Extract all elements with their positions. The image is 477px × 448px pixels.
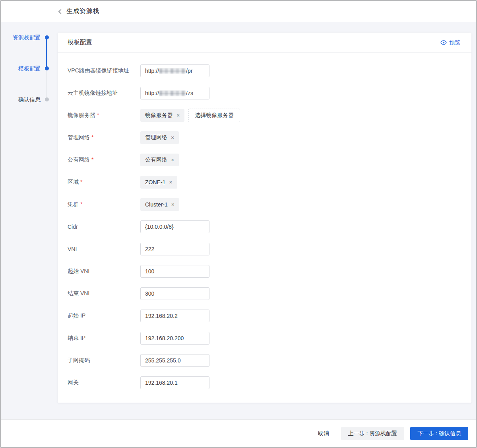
selected-tag: 管理网络× bbox=[140, 131, 179, 144]
step-label: 资源栈配置 bbox=[13, 33, 41, 41]
field-label-text: VNI bbox=[68, 246, 77, 252]
step-dot bbox=[45, 35, 49, 39]
remove-tag-icon[interactable]: × bbox=[171, 157, 174, 163]
field-control: Cluster-1× bbox=[140, 198, 179, 211]
cancel-button[interactable]: 取消 bbox=[318, 430, 329, 437]
remove-tag-icon[interactable]: × bbox=[169, 179, 172, 185]
form-row: 管理网络*管理网络× bbox=[68, 131, 471, 144]
field-label: VNI bbox=[68, 246, 140, 252]
url-input[interactable]: http:///pr bbox=[140, 64, 209, 77]
field-label: Cidr bbox=[68, 224, 140, 230]
redacted-text bbox=[159, 68, 186, 74]
step-connector-pending bbox=[47, 68, 47, 99]
required-marker: * bbox=[80, 179, 82, 185]
page-body: 资源栈配置模板配置确认信息 模板配置 预览 bbox=[1, 22, 476, 419]
input-value: 192.168.20.2 bbox=[145, 313, 178, 319]
card-title: 模板配置 bbox=[68, 39, 92, 46]
remove-tag-icon[interactable]: × bbox=[171, 202, 175, 207]
card-header: 模板配置 预览 bbox=[58, 33, 471, 53]
url-suffix: /zs bbox=[186, 90, 193, 96]
form-row: 起始 VNI100 bbox=[68, 265, 471, 278]
field-label: 起始 IP bbox=[68, 312, 140, 319]
field-label-text: 公有网络 bbox=[68, 156, 90, 163]
form-row: 集群*Cluster-1× bbox=[68, 198, 471, 211]
field-control: 100 bbox=[140, 265, 209, 278]
input-value: 100 bbox=[145, 268, 154, 275]
field-label: 起始 VNI bbox=[68, 268, 140, 275]
step-dot bbox=[45, 66, 49, 70]
template-config-card: 模板配置 预览 VPC路由器镜像链接地址http:///pr云主机镜像链接地址 bbox=[58, 33, 471, 403]
page-header: 生成资源栈 bbox=[1, 1, 476, 22]
step-item-1[interactable]: 资源栈配置 bbox=[1, 33, 58, 41]
field-label-text: 结束 VNI bbox=[68, 290, 89, 296]
form-row: 起始 IP192.168.20.2 bbox=[68, 310, 471, 322]
form-body: VPC路由器镜像链接地址http:///pr云主机镜像链接地址http:///z… bbox=[58, 53, 471, 399]
field-control: ZONE-1× bbox=[140, 176, 177, 189]
form-row: 结束 IP192.168.20.200 bbox=[68, 332, 471, 345]
field-label: 网关 bbox=[68, 379, 140, 386]
url-suffix: /pr bbox=[186, 68, 192, 74]
text-input[interactable]: {10.0.0.0/8} bbox=[140, 220, 209, 233]
step-connector-done bbox=[46, 37, 47, 68]
text-input[interactable]: 255.255.255.0 bbox=[140, 354, 209, 367]
field-control: 192.168.20.2 bbox=[140, 310, 209, 322]
form-row: 子网掩码255.255.255.0 bbox=[68, 354, 471, 367]
selected-tag: Cluster-1× bbox=[140, 198, 179, 211]
step-item-2[interactable]: 模板配置 bbox=[1, 64, 58, 72]
back-button[interactable]: 生成资源栈 bbox=[58, 7, 99, 16]
form-row: 公有网络*公有网络× bbox=[68, 154, 471, 166]
field-label: 管理网络* bbox=[68, 134, 140, 141]
remove-tag-icon[interactable]: × bbox=[176, 113, 180, 118]
tag-label: 管理网络 bbox=[145, 134, 167, 141]
text-input[interactable]: 100 bbox=[140, 265, 209, 278]
url-input[interactable]: http:///zs bbox=[140, 87, 209, 99]
selected-tag: 公有网络× bbox=[140, 154, 179, 166]
text-input[interactable]: 192.168.20.2 bbox=[140, 310, 209, 322]
field-control: 镜像服务器×选择镜像服务器 bbox=[140, 109, 240, 122]
field-label: 结束 VNI bbox=[68, 290, 140, 297]
field-label: 区域* bbox=[68, 179, 140, 186]
field-label: 云主机镜像链接地址 bbox=[68, 90, 140, 97]
field-label-text: 子网掩码 bbox=[68, 357, 90, 363]
form-row: 云主机镜像链接地址http:///zs bbox=[68, 87, 471, 99]
remove-tag-icon[interactable]: × bbox=[171, 135, 174, 140]
input-value: 300 bbox=[145, 290, 154, 297]
field-control: 管理网络× bbox=[140, 131, 179, 144]
text-input[interactable]: 222 bbox=[140, 243, 209, 255]
field-label: 公有网络* bbox=[68, 156, 140, 164]
field-control: 192.168.20.200 bbox=[140, 332, 209, 345]
text-input[interactable]: 192.168.20.1 bbox=[140, 376, 209, 389]
required-marker: * bbox=[80, 201, 82, 207]
steps-sidebar: 资源栈配置模板配置确认信息 bbox=[1, 22, 58, 419]
step-item-3[interactable]: 确认信息 bbox=[1, 95, 58, 103]
preview-button[interactable]: 预览 bbox=[440, 39, 460, 46]
required-marker: * bbox=[97, 112, 99, 118]
prev-step-button[interactable]: 上一步 : 资源栈配置 bbox=[341, 427, 405, 440]
field-label-text: Cidr bbox=[68, 224, 78, 230]
url-prefix: http:// bbox=[145, 90, 159, 96]
step-dot bbox=[45, 97, 49, 101]
field-label-text: 网关 bbox=[68, 379, 79, 386]
text-input[interactable]: 300 bbox=[140, 287, 209, 300]
field-label: 子网掩码 bbox=[68, 357, 140, 364]
field-control: 192.168.20.1 bbox=[140, 376, 209, 389]
text-input[interactable]: 192.168.20.200 bbox=[140, 332, 209, 345]
field-control: 300 bbox=[140, 287, 209, 300]
next-step-button[interactable]: 下一步 : 确认信息 bbox=[410, 427, 468, 440]
select-image-server-button[interactable]: 选择镜像服务器 bbox=[188, 109, 240, 122]
selected-tag: ZONE-1× bbox=[140, 176, 177, 189]
back-icon bbox=[58, 8, 62, 15]
field-label-text: 起始 VNI bbox=[68, 268, 89, 274]
tag-label: 公有网络 bbox=[145, 156, 167, 164]
input-value: {10.0.0.0/8} bbox=[145, 224, 174, 230]
field-control: 公有网络× bbox=[140, 154, 179, 166]
field-label-text: 镜像服务器 bbox=[68, 112, 95, 118]
field-label-text: 管理网络 bbox=[68, 134, 90, 140]
required-marker: * bbox=[91, 156, 93, 163]
field-label-text: 结束 IP bbox=[68, 335, 85, 341]
footer-bar: 取消 上一步 : 资源栈配置 下一步 : 确认信息 bbox=[1, 419, 476, 447]
app-window: 生成资源栈 资源栈配置模板配置确认信息 模板配置 bbox=[0, 0, 477, 448]
form-row: 网关192.168.20.1 bbox=[68, 376, 471, 389]
tag-label: 镜像服务器 bbox=[145, 112, 173, 119]
field-label-text: 起始 IP bbox=[68, 312, 85, 319]
